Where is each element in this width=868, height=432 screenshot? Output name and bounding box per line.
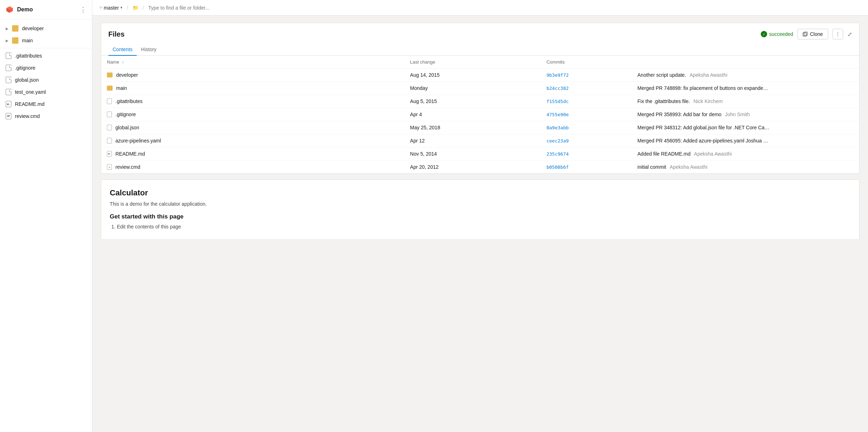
table-row[interactable]: ≡ review.cmd Apr 20, 2012 b0508b6f initi… [101, 161, 859, 174]
file-icon [107, 112, 112, 117]
files-actions: ✓ succeeded Clone ⋮ ⤢ [761, 29, 852, 39]
readme-title: Calculator [110, 188, 851, 198]
commit-message-cell: Added file README.md Apeksha Awasthi [632, 147, 859, 161]
table-row[interactable]: developer Aug 14, 2015 9b3e9f72 Another … [101, 69, 859, 82]
sidebar: Demo ⋮ ▶ developer ▶ main .gitattributes… [0, 0, 92, 432]
col-commits: Commits [541, 56, 632, 69]
branch-selector[interactable]: ⑂ master ▾ [99, 5, 123, 11]
sidebar-item-review-cmd[interactable]: review.cmd [0, 110, 92, 122]
file-name-cell: developer [101, 69, 405, 82]
more-options-button[interactable]: ⋮ [832, 29, 843, 39]
file-name: developer [116, 72, 138, 78]
sidebar-item-gitattributes[interactable]: .gitattributes [0, 50, 92, 62]
sidebar-item-global-json[interactable]: global.json [0, 74, 92, 86]
svg-rect-4 [7, 115, 10, 115]
path-search-input[interactable] [148, 5, 861, 11]
clone-button-label: Clone [810, 31, 823, 37]
files-title: Files [108, 30, 125, 38]
tab-history[interactable]: History [137, 44, 161, 56]
folder-icon [12, 37, 18, 44]
last-change-cell: Apr 12 [405, 134, 541, 147]
file-tabs: Contents History [101, 44, 859, 56]
chevron-right-icon: ▶ [6, 27, 9, 31]
last-change-cell: Apr 20, 2012 [405, 161, 541, 174]
table-row[interactable]: .gitattributes Aug 5, 2015 f155d5dc Fix … [101, 95, 859, 108]
cmd-icon: ≡ [107, 164, 112, 170]
last-change-cell: Nov 5, 2014 [405, 147, 541, 161]
sidebar-folder-label: developer [22, 26, 44, 31]
commit-hash-cell: b0508b6f [541, 161, 632, 174]
file-name: global.json [115, 125, 139, 130]
app-logo-icon [6, 6, 13, 14]
tab-contents[interactable]: Contents [108, 44, 137, 56]
file-icon [6, 77, 11, 83]
sidebar-item-main[interactable]: ▶ main [0, 34, 92, 47]
sidebar-file-label: .gitignore [15, 65, 36, 71]
sidebar-folder-label: main [22, 38, 33, 43]
file-icon [6, 53, 11, 59]
sidebar-file-label: test_one.yaml [15, 89, 46, 95]
sidebar-file-label: .gitattributes [15, 53, 42, 59]
markdown-icon: M↓ [107, 151, 112, 157]
table-row[interactable]: M↓ README.md Nov 5, 2014 235c9674 Added … [101, 147, 859, 161]
table-row[interactable]: .gitignore Apr 4 4755e90e Merged PR 3589… [101, 108, 859, 121]
file-icon [6, 89, 11, 95]
file-name: .gitignore [115, 112, 136, 117]
sidebar-menu-icon[interactable]: ⋮ [80, 6, 86, 14]
status-badge: ✓ succeeded [761, 31, 793, 37]
last-change-cell: Aug 14, 2015 [405, 69, 541, 82]
sidebar-nav: ▶ developer ▶ main .gitattributes .gitig… [0, 20, 92, 125]
sidebar-item-developer[interactable]: ▶ developer [0, 22, 92, 34]
commit-hash-cell: b24cc382 [541, 82, 632, 95]
chevron-right-icon: ▶ [6, 39, 9, 43]
clone-button[interactable]: Clone [797, 29, 828, 39]
svg-rect-6 [7, 117, 9, 117]
branch-name: master [104, 5, 119, 11]
markdown-icon: M↓ [6, 101, 11, 107]
sort-arrow-icon: ↑ [122, 60, 124, 64]
sidebar-item-gitignore[interactable]: .gitignore [0, 62, 92, 74]
toolbar: ⑂ master ▾ / 📁 / [92, 0, 868, 16]
status-label: succeeded [769, 31, 793, 37]
file-name: .gitattributes [115, 98, 142, 104]
cmd-file-icon [6, 113, 11, 119]
folder-breadcrumb-icon: 📁 [132, 5, 139, 11]
sidebar-file-label: review.cmd [15, 113, 40, 119]
file-name-cell: ≡ review.cmd [101, 161, 405, 174]
sidebar-header: Demo ⋮ [0, 0, 92, 20]
commit-message-cell: Merged PR 748898: fix placement of butto… [632, 82, 859, 95]
file-icon [6, 65, 11, 71]
table-row[interactable]: global.json May 25, 2018 0a9e3abb Merged… [101, 121, 859, 134]
col-message [632, 56, 859, 69]
sidebar-divider [0, 48, 92, 48]
table-row[interactable]: azure-pipelines.yaml Apr 12 ceec23a9 Mer… [101, 134, 859, 147]
expand-button[interactable]: ⤢ [847, 31, 852, 38]
status-check-icon: ✓ [761, 31, 767, 37]
col-last-change: Last change [405, 56, 541, 69]
commit-message-cell: Merged PR 456095: Added azure-pipelines.… [632, 134, 859, 147]
file-name-cell: .gitattributes [101, 95, 405, 108]
commit-hash-cell: 9b3e9f72 [541, 69, 632, 82]
last-change-cell: Aug 5, 2015 [405, 95, 541, 108]
list-item: Edit the contents of this page [117, 224, 851, 230]
table-header-row: Name ↑ Last change Commits [101, 56, 859, 69]
folder-icon [12, 25, 18, 32]
folder-icon [107, 86, 113, 91]
files-section: Files ✓ succeeded Clone ⋮ ⤢ [101, 23, 859, 174]
sidebar-file-label: global.json [15, 77, 39, 83]
sidebar-item-test-yaml[interactable]: test_one.yaml [0, 86, 92, 98]
svg-rect-5 [7, 116, 10, 116]
file-name: README.md [115, 151, 145, 157]
last-change-cell: May 25, 2018 [405, 121, 541, 134]
path-separator: / [127, 5, 128, 11]
sidebar-item-readme[interactable]: M↓ README.md [0, 98, 92, 110]
file-icon [107, 125, 112, 130]
files-header: Files ✓ succeeded Clone ⋮ ⤢ [101, 23, 859, 39]
file-name-cell: M↓ README.md [101, 147, 405, 161]
branch-icon: ⑂ [99, 5, 102, 10]
folder-icon [107, 72, 113, 77]
table-row[interactable]: main Monday b24cc382 Merged PR 748898: f… [101, 82, 859, 95]
commit-hash-cell: 235c9674 [541, 147, 632, 161]
file-name-cell: azure-pipelines.yaml [101, 134, 405, 147]
readme-subtitle: Get started with this page [110, 213, 851, 220]
